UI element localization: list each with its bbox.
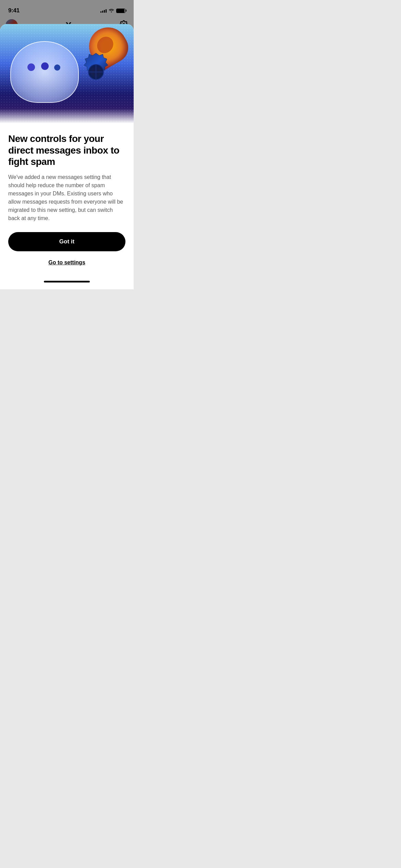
gear-3d-illustration bbox=[69, 45, 123, 96]
go-to-settings-link[interactable]: Go to settings bbox=[8, 254, 125, 271]
modal-description: We've added a new messages setting that … bbox=[8, 173, 125, 222]
modal-sheet: New controls for your direct messages in… bbox=[0, 24, 134, 289]
home-indicator bbox=[44, 281, 90, 282]
modal-content: New controls for your direct messages in… bbox=[0, 123, 134, 277]
hero-image bbox=[0, 24, 134, 123]
modal-overlay: New controls for your direct messages in… bbox=[0, 0, 134, 289]
modal-title: New controls for your direct messages in… bbox=[8, 133, 125, 168]
got-it-button[interactable]: Got it bbox=[8, 232, 125, 251]
